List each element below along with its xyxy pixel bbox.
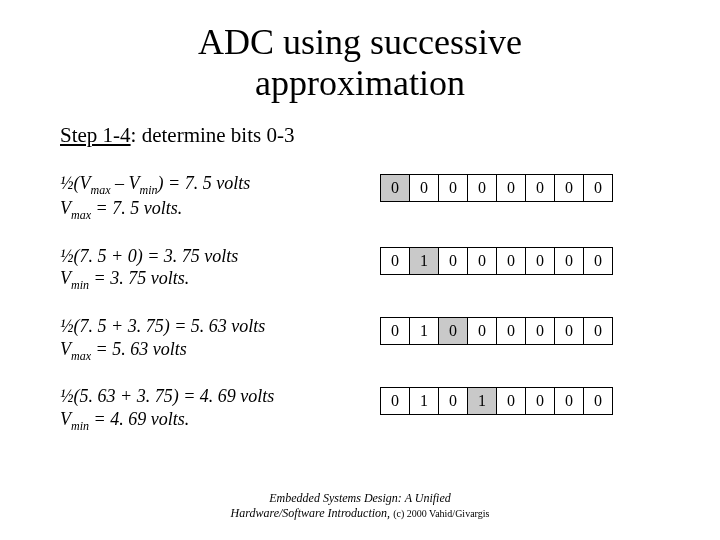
footer-line-1: Embedded Systems Design: A Unified — [269, 491, 451, 505]
eq-line-1: ½(5. 63 + 3. 75) = 4. 69 volts — [60, 386, 274, 406]
footer-copyright: (c) 2000 Vahid/Givargis — [393, 508, 489, 519]
bit-cell: 1 — [467, 387, 497, 415]
bit-cell: 0 — [583, 387, 613, 415]
step-underlined: Step 1-4 — [60, 123, 131, 147]
bit-cell: 0 — [525, 387, 555, 415]
bit-register: 01010000 — [380, 387, 613, 415]
bit-cell: 1 — [409, 317, 439, 345]
bit-cell: 0 — [380, 247, 410, 275]
bit-cell: 0 — [583, 317, 613, 345]
eq-line-2: Vmax = 5. 63 volts — [60, 339, 187, 359]
equation-block: ½(Vmax – Vmin) = 7. 5 volts Vmax = 7. 5 … — [60, 172, 380, 223]
step-row: ½(5. 63 + 3. 75) = 4. 69 volts Vmin = 4.… — [60, 385, 680, 433]
bit-cell: 0 — [554, 247, 584, 275]
bit-cell: 0 — [409, 174, 439, 202]
bit-cell: 0 — [496, 387, 526, 415]
eq-line-1: ½(Vmax – Vmin) = 7. 5 volts — [60, 173, 250, 193]
eq-line-1: ½(7. 5 + 3. 75) = 5. 63 volts — [60, 316, 265, 336]
bit-cell: 0 — [496, 317, 526, 345]
bit-cell: 0 — [583, 174, 613, 202]
bit-cell: 0 — [380, 317, 410, 345]
eq-line-1: ½(7. 5 + 0) = 3. 75 volts — [60, 246, 238, 266]
bit-cell: 0 — [438, 174, 468, 202]
page-title: ADC using successive approximation — [40, 22, 680, 105]
eq-line-2: Vmin = 4. 69 volts. — [60, 409, 189, 429]
step-heading: Step 1-4: determine bits 0-3 — [60, 123, 680, 148]
bit-register: 01000000 — [380, 247, 613, 275]
step-row: ½(Vmax – Vmin) = 7. 5 volts Vmax = 7. 5 … — [60, 172, 680, 223]
bit-cell: 0 — [467, 247, 497, 275]
bit-cell: 0 — [380, 174, 410, 202]
title-line-2: approximation — [255, 63, 465, 103]
bit-cell: 0 — [583, 247, 613, 275]
bit-cell: 0 — [525, 317, 555, 345]
title-line-1: ADC using successive — [198, 22, 522, 62]
bit-cell: 0 — [496, 174, 526, 202]
equation-block: ½(7. 5 + 0) = 3. 75 volts Vmin = 3. 75 v… — [60, 245, 380, 293]
slide: ADC using successive approximation Step … — [0, 0, 720, 433]
bit-cell: 1 — [409, 247, 439, 275]
content-rows: ½(Vmax – Vmin) = 7. 5 volts Vmax = 7. 5 … — [60, 172, 680, 433]
bit-cell: 1 — [409, 387, 439, 415]
bit-register: 00000000 — [380, 174, 613, 202]
bit-cell: 0 — [554, 317, 584, 345]
step-row: ½(7. 5 + 0) = 3. 75 volts Vmin = 3. 75 v… — [60, 245, 680, 293]
bit-cell: 0 — [467, 317, 497, 345]
footer-line-2a: Hardware/Software Introduction, — [231, 506, 394, 520]
bit-cell: 0 — [467, 174, 497, 202]
step-rest: : determine bits 0-3 — [131, 123, 295, 147]
bit-cell: 0 — [496, 247, 526, 275]
footer-citation: Embedded Systems Design: A Unified Hardw… — [0, 491, 720, 520]
bit-cell: 0 — [438, 387, 468, 415]
equation-block: ½(5. 63 + 3. 75) = 4. 69 volts Vmin = 4.… — [60, 385, 380, 433]
bit-cell: 0 — [554, 174, 584, 202]
bit-cell: 0 — [525, 247, 555, 275]
bit-cell: 0 — [438, 247, 468, 275]
bit-cell: 0 — [525, 174, 555, 202]
eq-line-2: Vmax = 7. 5 volts. — [60, 198, 182, 218]
bit-cell: 0 — [438, 317, 468, 345]
step-row: ½(7. 5 + 3. 75) = 5. 63 volts Vmax = 5. … — [60, 315, 680, 363]
bit-cell: 0 — [380, 387, 410, 415]
eq-line-2: Vmin = 3. 75 volts. — [60, 268, 189, 288]
bit-cell: 0 — [554, 387, 584, 415]
bit-register: 01000000 — [380, 317, 613, 345]
equation-block: ½(7. 5 + 3. 75) = 5. 63 volts Vmax = 5. … — [60, 315, 380, 363]
